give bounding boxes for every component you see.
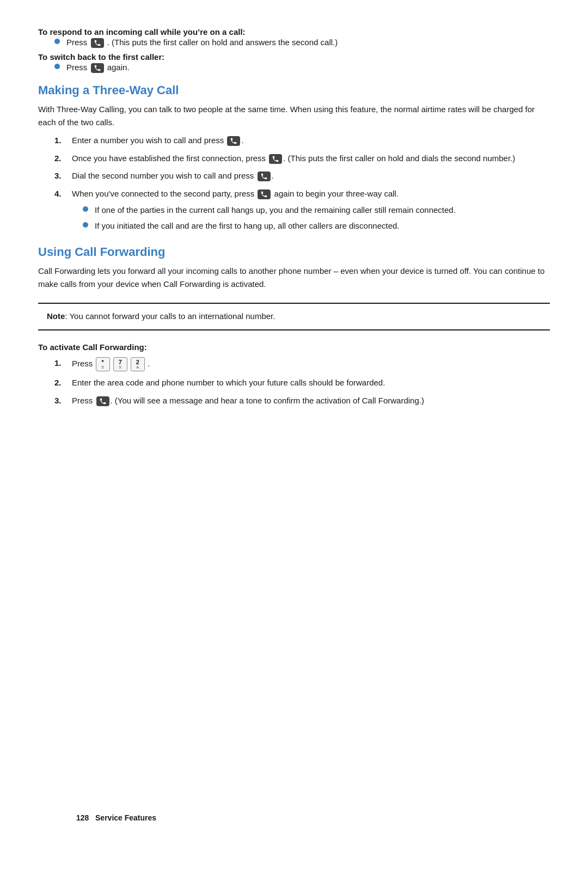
two-key-icon: 2 A — [131, 357, 145, 372]
activate-heading: To activate Call Forwarding: — [38, 342, 550, 352]
step-2: 2. Once you have established the first c… — [54, 152, 550, 165]
forwarding-steps: 1. Press * 5 7 X 2 A . — [54, 357, 550, 407]
step-4: 4. When you've connected to the second p… — [54, 188, 550, 236]
step-4-text: When you've connected to the second part… — [72, 188, 550, 236]
note-label: Note — [47, 311, 65, 321]
forwarding-intro: Call Forwarding lets you forward all you… — [38, 265, 550, 291]
three-way-heading: Making a Three-Way Call — [38, 83, 550, 97]
page-wrapper: To respond to an incoming call while you… — [38, 27, 550, 844]
page-number: 128 — [76, 813, 89, 822]
step-1-text: Enter a number you wish to call and pres… — [72, 134, 550, 147]
incoming-call-bullet-text: Press . (This puts the first caller on h… — [66, 36, 550, 49]
call-button-s4-icon — [258, 189, 271, 199]
note-box: Note: You cannot forward your calls to a… — [38, 303, 550, 330]
section-name: Service Features — [95, 813, 156, 822]
incoming-call-section: To respond to an incoming call while you… — [38, 27, 550, 74]
fw-step-3-text: Press . (You will see a message and hear… — [72, 395, 550, 407]
three-way-intro: With Three-Way Calling, you can talk to … — [38, 103, 550, 129]
note-text: : You cannot forward your calls to an in… — [65, 311, 275, 321]
fw-step-1-number: 1. — [54, 357, 65, 370]
sub-bullet-1: If one of the parties in the current cal… — [83, 204, 550, 217]
three-way-call-section: Making a Three-Way Call With Three-Way C… — [38, 83, 550, 235]
step-3-number: 3. — [54, 170, 65, 182]
step-1: 1. Enter a number you wish to call and p… — [54, 134, 550, 147]
fw-step-3-number: 3. — [54, 395, 65, 407]
incoming-call-bullet: Press . (This puts the first caller on h… — [54, 36, 550, 49]
send-button-2-icon — [91, 63, 104, 73]
step-2-text: Once you have established the first conn… — [72, 152, 550, 165]
switch-back-heading: To switch back to the first caller: — [38, 52, 550, 62]
call-forwarding-section: Using Call Forwarding Call Forwarding le… — [38, 245, 550, 407]
step-3-text: Dial the second number you wish to call … — [72, 170, 550, 182]
step-2-number: 2. — [54, 152, 65, 165]
sub-bullet-2: If you initiated the call and are the fi… — [83, 220, 550, 232]
step-3: 3. Dial the second number you wish to ca… — [54, 170, 550, 182]
three-way-steps: 1. Enter a number you wish to call and p… — [54, 134, 550, 235]
star-key-icon: * 5 — [96, 357, 110, 372]
fw-step-3: 3. Press . (You will see a message and h… — [54, 395, 550, 407]
call-button-fw-icon — [96, 396, 109, 406]
send-button-icon — [91, 38, 104, 48]
seven-key-icon: 7 X — [113, 357, 127, 372]
call-button-s3-icon — [258, 171, 271, 181]
incoming-call-heading: To respond to an incoming call while you… — [38, 27, 550, 36]
call-button-s1-icon — [227, 136, 240, 146]
switch-back-bullet: Press again. — [54, 62, 550, 74]
fw-step-2: 2. Enter the area code and phone number … — [54, 377, 550, 389]
fw-step-2-text: Enter the area code and phone number to … — [72, 377, 550, 389]
fw-step-2-number: 2. — [54, 377, 65, 389]
switch-back-text: Press again. — [66, 62, 550, 74]
step-4-subbullets: If one of the parties in the current cal… — [83, 204, 550, 232]
step-4-number: 4. — [54, 188, 65, 200]
page-footer: 128 Service Features — [76, 813, 156, 822]
fw-step-1-text: Press * 5 7 X 2 A . — [72, 357, 550, 372]
call-button-s2-icon — [269, 154, 282, 164]
sub-bullet-1-text: If one of the parties in the current cal… — [95, 204, 550, 217]
fw-step-1: 1. Press * 5 7 X 2 A . — [54, 357, 550, 372]
step-1-number: 1. — [54, 134, 65, 147]
sub-bullet-2-text: If you initiated the call and are the fi… — [95, 220, 550, 232]
sub-bullet-1-icon — [83, 206, 88, 212]
sub-bullet-2-icon — [83, 222, 88, 228]
bullet-icon-2 — [54, 64, 60, 69]
bullet-icon — [54, 39, 60, 44]
forwarding-heading: Using Call Forwarding — [38, 245, 550, 259]
